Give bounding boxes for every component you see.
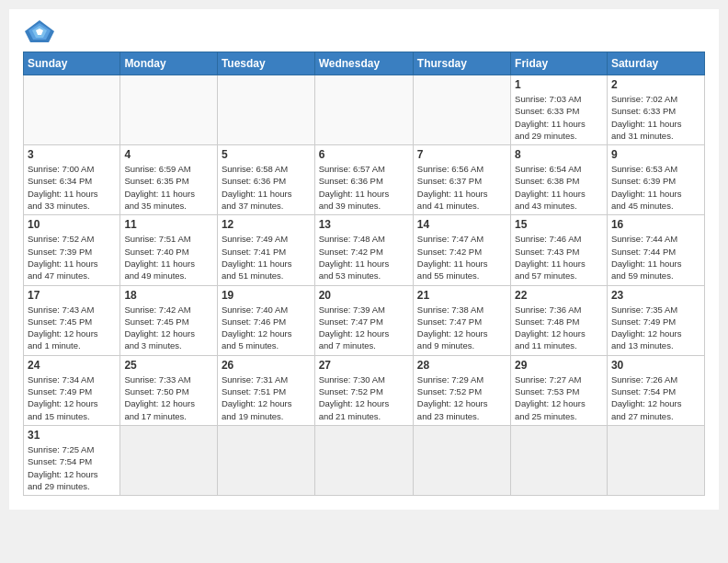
calendar-cell: 7Sunrise: 6:56 AM Sunset: 6:37 PM Daylig… — [413, 145, 510, 215]
weekday-header-wednesday: Wednesday — [314, 52, 413, 75]
day-number: 25 — [124, 359, 213, 372]
day-info: Sunrise: 7:33 AM Sunset: 7:50 PM Dayligh… — [124, 373, 213, 422]
calendar-cell — [511, 425, 608, 495]
calendar-cell: 5Sunrise: 6:58 AM Sunset: 6:36 PM Daylig… — [217, 145, 314, 215]
day-number: 20 — [319, 289, 409, 302]
day-number: 28 — [417, 359, 506, 372]
weekday-header-thursday: Thursday — [413, 52, 510, 75]
calendar-cell: 4Sunrise: 6:59 AM Sunset: 6:35 PM Daylig… — [120, 145, 218, 215]
day-number: 18 — [124, 289, 213, 302]
day-info: Sunrise: 7:48 AM Sunset: 7:42 PM Dayligh… — [319, 233, 409, 282]
calendar-header-row: SundayMondayTuesdayWednesdayThursdayFrid… — [24, 52, 705, 75]
day-info: Sunrise: 7:36 AM Sunset: 7:48 PM Dayligh… — [515, 304, 603, 352]
weekday-header-friday: Friday — [511, 52, 608, 75]
calendar-cell: 9Sunrise: 6:53 AM Sunset: 6:39 PM Daylig… — [607, 145, 704, 215]
calendar-cell — [120, 425, 218, 495]
header — [23, 18, 705, 44]
day-info: Sunrise: 7:02 AM Sunset: 6:33 PM Dayligh… — [611, 93, 700, 142]
day-info: Sunrise: 6:53 AM Sunset: 6:39 PM Dayligh… — [611, 163, 700, 212]
day-number: 29 — [515, 359, 603, 372]
calendar-cell — [217, 425, 314, 495]
calendar-week-row: 31Sunrise: 7:25 AM Sunset: 7:54 PM Dayli… — [24, 425, 705, 495]
calendar-week-row: 1Sunrise: 7:03 AM Sunset: 6:33 PM Daylig… — [24, 75, 705, 145]
day-number: 17 — [28, 289, 116, 302]
calendar-cell: 12Sunrise: 7:49 AM Sunset: 7:41 PM Dayli… — [217, 215, 314, 285]
day-info: Sunrise: 7:46 AM Sunset: 7:43 PM Dayligh… — [515, 233, 603, 282]
calendar-cell — [24, 75, 120, 145]
day-number: 16 — [611, 218, 700, 231]
day-info: Sunrise: 7:52 AM Sunset: 7:39 PM Dayligh… — [28, 233, 116, 282]
day-info: Sunrise: 7:00 AM Sunset: 6:34 PM Dayligh… — [28, 163, 116, 212]
page: SundayMondayTuesdayWednesdayThursdayFrid… — [9, 9, 719, 510]
calendar-cell: 30Sunrise: 7:26 AM Sunset: 7:54 PM Dayli… — [607, 355, 704, 425]
calendar-cell: 31Sunrise: 7:25 AM Sunset: 7:54 PM Dayli… — [24, 425, 120, 495]
calendar-week-row: 24Sunrise: 7:34 AM Sunset: 7:49 PM Dayli… — [24, 355, 705, 425]
calendar-cell: 22Sunrise: 7:36 AM Sunset: 7:48 PM Dayli… — [511, 285, 608, 355]
calendar-week-row: 10Sunrise: 7:52 AM Sunset: 7:39 PM Dayli… — [24, 215, 705, 285]
calendar-cell: 8Sunrise: 6:54 AM Sunset: 6:38 PM Daylig… — [511, 145, 608, 215]
day-number: 2 — [611, 78, 700, 91]
day-info: Sunrise: 7:25 AM Sunset: 7:54 PM Dayligh… — [28, 443, 116, 492]
day-info: Sunrise: 7:29 AM Sunset: 7:52 PM Dayligh… — [417, 373, 506, 422]
calendar-cell: 17Sunrise: 7:43 AM Sunset: 7:45 PM Dayli… — [24, 285, 120, 355]
calendar-cell: 26Sunrise: 7:31 AM Sunset: 7:51 PM Dayli… — [217, 355, 314, 425]
calendar-cell: 24Sunrise: 7:34 AM Sunset: 7:49 PM Dayli… — [24, 355, 120, 425]
calendar-cell: 28Sunrise: 7:29 AM Sunset: 7:52 PM Dayli… — [413, 355, 510, 425]
day-info: Sunrise: 6:54 AM Sunset: 6:38 PM Dayligh… — [515, 163, 603, 212]
day-number: 13 — [319, 218, 409, 231]
weekday-header-monday: Monday — [120, 52, 218, 75]
day-number: 4 — [124, 148, 213, 161]
day-info: Sunrise: 7:03 AM Sunset: 6:33 PM Dayligh… — [515, 93, 603, 142]
calendar-cell: 29Sunrise: 7:27 AM Sunset: 7:53 PM Dayli… — [511, 355, 608, 425]
calendar-cell: 3Sunrise: 7:00 AM Sunset: 6:34 PM Daylig… — [24, 145, 120, 215]
day-info: Sunrise: 7:38 AM Sunset: 7:47 PM Dayligh… — [417, 304, 506, 352]
calendar-week-row: 17Sunrise: 7:43 AM Sunset: 7:45 PM Dayli… — [24, 285, 705, 355]
day-info: Sunrise: 7:42 AM Sunset: 7:45 PM Dayligh… — [124, 304, 213, 352]
day-number: 19 — [222, 289, 311, 302]
weekday-header-tuesday: Tuesday — [217, 52, 314, 75]
calendar-cell: 21Sunrise: 7:38 AM Sunset: 7:47 PM Dayli… — [413, 285, 510, 355]
day-number: 15 — [515, 218, 603, 231]
day-info: Sunrise: 7:51 AM Sunset: 7:40 PM Dayligh… — [124, 233, 213, 282]
calendar-cell: 16Sunrise: 7:44 AM Sunset: 7:44 PM Dayli… — [607, 215, 704, 285]
day-number: 7 — [417, 148, 506, 161]
calendar-cell: 15Sunrise: 7:46 AM Sunset: 7:43 PM Dayli… — [511, 215, 608, 285]
day-info: Sunrise: 6:58 AM Sunset: 6:36 PM Dayligh… — [222, 163, 311, 212]
day-number: 24 — [28, 359, 116, 372]
calendar-cell — [607, 425, 704, 495]
calendar-cell — [314, 75, 413, 145]
day-info: Sunrise: 7:39 AM Sunset: 7:47 PM Dayligh… — [319, 304, 409, 352]
calendar-cell: 1Sunrise: 7:03 AM Sunset: 6:33 PM Daylig… — [511, 75, 608, 145]
day-number: 6 — [319, 148, 409, 161]
day-info: Sunrise: 7:34 AM Sunset: 7:49 PM Dayligh… — [28, 373, 116, 422]
day-info: Sunrise: 7:49 AM Sunset: 7:41 PM Dayligh… — [222, 233, 311, 282]
calendar-week-row: 3Sunrise: 7:00 AM Sunset: 6:34 PM Daylig… — [24, 145, 705, 215]
calendar-cell — [120, 75, 218, 145]
day-number: 3 — [28, 148, 116, 161]
calendar-cell — [413, 425, 510, 495]
weekday-header-saturday: Saturday — [607, 52, 704, 75]
calendar-cell: 19Sunrise: 7:40 AM Sunset: 7:46 PM Dayli… — [217, 285, 314, 355]
calendar-cell: 6Sunrise: 6:57 AM Sunset: 6:36 PM Daylig… — [314, 145, 413, 215]
day-number: 14 — [417, 218, 506, 231]
day-info: Sunrise: 6:57 AM Sunset: 6:36 PM Dayligh… — [319, 163, 409, 212]
day-info: Sunrise: 7:47 AM Sunset: 7:42 PM Dayligh… — [417, 233, 506, 282]
day-info: Sunrise: 7:30 AM Sunset: 7:52 PM Dayligh… — [319, 373, 409, 422]
day-info: Sunrise: 6:59 AM Sunset: 6:35 PM Dayligh… — [124, 163, 213, 212]
calendar-cell: 20Sunrise: 7:39 AM Sunset: 7:47 PM Dayli… — [314, 285, 413, 355]
calendar-table: SundayMondayTuesdayWednesdayThursdayFrid… — [23, 52, 705, 496]
day-info: Sunrise: 7:27 AM Sunset: 7:53 PM Dayligh… — [515, 373, 603, 422]
day-number: 10 — [28, 218, 116, 231]
day-info: Sunrise: 7:43 AM Sunset: 7:45 PM Dayligh… — [28, 304, 116, 352]
day-info: Sunrise: 6:56 AM Sunset: 6:37 PM Dayligh… — [417, 163, 506, 212]
calendar-cell: 14Sunrise: 7:47 AM Sunset: 7:42 PM Dayli… — [413, 215, 510, 285]
day-number: 27 — [319, 359, 409, 372]
day-number: 21 — [417, 289, 506, 302]
calendar-cell: 27Sunrise: 7:30 AM Sunset: 7:52 PM Dayli… — [314, 355, 413, 425]
calendar-cell: 25Sunrise: 7:33 AM Sunset: 7:50 PM Dayli… — [120, 355, 218, 425]
day-number: 30 — [611, 359, 700, 372]
day-info: Sunrise: 7:31 AM Sunset: 7:51 PM Dayligh… — [222, 373, 311, 422]
logo — [23, 18, 60, 44]
day-number: 8 — [515, 148, 603, 161]
calendar-cell: 18Sunrise: 7:42 AM Sunset: 7:45 PM Dayli… — [120, 285, 218, 355]
